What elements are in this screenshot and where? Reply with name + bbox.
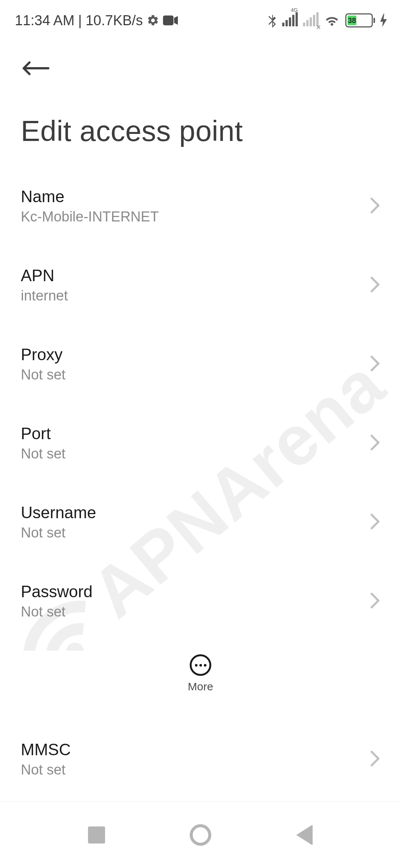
chevron-right-icon [370,197,380,215]
settings-item-text: NameKc-Mobile-INTERNET [21,187,159,225]
settings-item-port[interactable]: PortNot set [0,404,401,483]
status-bar: 11:34 AM | 10.7KB/s 4G ✕ 38 [0,0,401,37]
circle-icon [190,824,211,846]
signal-sim1-icon: 4G [282,13,298,28]
settings-item-mmsc[interactable]: MMSCNot set [0,720,401,799]
settings-list: NameKc-Mobile-INTERNETAPNinternetProxyNo… [0,159,401,801]
settings-item-text: ProxyNot set [21,345,65,383]
settings-item-value: Not set [21,446,65,462]
settings-item-value: Not set [21,604,92,620]
settings-item-text: PasswordNot set [21,582,92,620]
bluetooth-icon [267,13,277,28]
nav-recents-button[interactable] [74,813,119,857]
battery-level-text: 38 [348,16,356,25]
settings-item-label: Port [21,424,65,443]
chevron-right-icon [370,592,380,610]
status-separator: | [78,13,82,29]
chevron-right-icon [370,513,380,531]
settings-item-label: Proxy [21,345,65,364]
navigation-bar [0,801,401,868]
settings-item-apn[interactable]: APNinternet [0,246,401,325]
content-area: Edit access point APNArena NameKc-Mobile… [0,37,401,801]
arrow-left-icon [21,61,50,76]
settings-item-text: PortNot set [21,424,65,462]
settings-item-value: Kc-Mobile-INTERNET [21,209,159,225]
chevron-right-icon [370,750,380,768]
settings-item-text: UsernameNot set [21,503,96,541]
chevron-right-icon [370,355,380,373]
triangle-icon [296,825,313,845]
settings-item-value: Not set [21,525,96,541]
more-button[interactable]: More [0,651,401,704]
settings-item-password[interactable]: PasswordNot set [0,562,401,641]
chevron-right-icon [370,276,380,294]
app-header [0,37,401,88]
settings-item-mms-proxy[interactable]: MMS proxyNot set [0,799,401,801]
settings-item-name[interactable]: NameKc-Mobile-INTERNET [0,167,401,246]
status-left: 11:34 AM | 10.7KB/s [15,13,178,29]
page-title: Edit access point [0,88,401,159]
more-label: More [188,680,213,693]
status-speed: 10.7KB/s [85,13,143,29]
chevron-right-icon [370,434,380,452]
back-button[interactable] [21,52,53,85]
settings-item-label: MMSC [21,740,71,759]
svg-rect-0 [163,16,173,26]
settings-item-value: Not set [21,367,65,383]
settings-item-value: Not set [21,762,71,778]
settings-item-text: APNinternet [21,266,68,304]
settings-item-value: internet [21,288,68,304]
signal-sim2-icon: ✕ [303,13,319,28]
nav-back-button[interactable] [282,813,327,857]
settings-item-label: APN [21,266,68,285]
settings-item-label: Name [21,187,159,206]
settings-item-proxy[interactable]: ProxyNot set [0,325,401,404]
charging-icon [380,14,387,27]
more-icon [190,654,211,676]
settings-item-text: MMSCNot set [21,740,71,778]
status-right: 4G ✕ 38 [267,13,387,28]
settings-item-label: Username [21,503,96,522]
battery-icon: 38 [345,13,375,27]
status-time: 11:34 AM [15,13,75,29]
settings-item-username[interactable]: UsernameNot set [0,483,401,562]
nav-home-button[interactable] [178,813,223,857]
settings-item-label: Password [21,582,92,601]
video-camera-icon [163,15,178,26]
wifi-icon [324,14,340,27]
gear-icon [147,14,159,27]
square-icon [88,826,105,844]
